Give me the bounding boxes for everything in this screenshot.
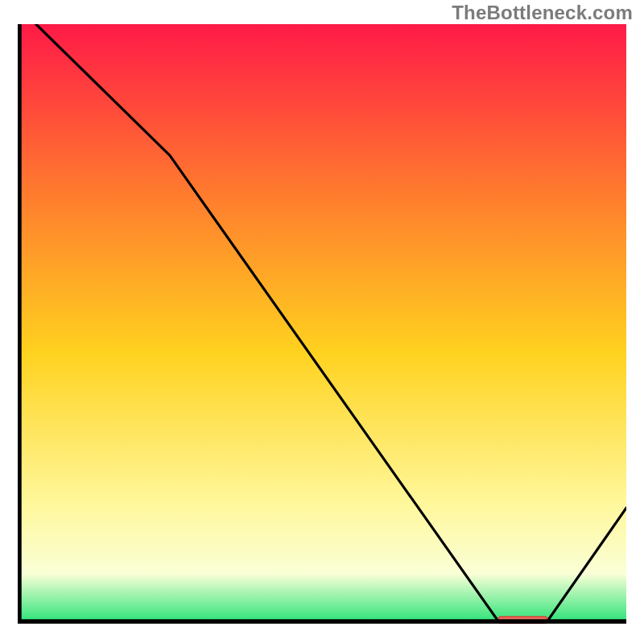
chart-stage: TheBottleneck.com — [0, 0, 644, 644]
chart-svg — [18, 24, 626, 626]
plot-area — [18, 24, 626, 626]
watermark-text: TheBottleneck.com — [452, 2, 633, 24]
gradient-background — [18, 24, 626, 621]
